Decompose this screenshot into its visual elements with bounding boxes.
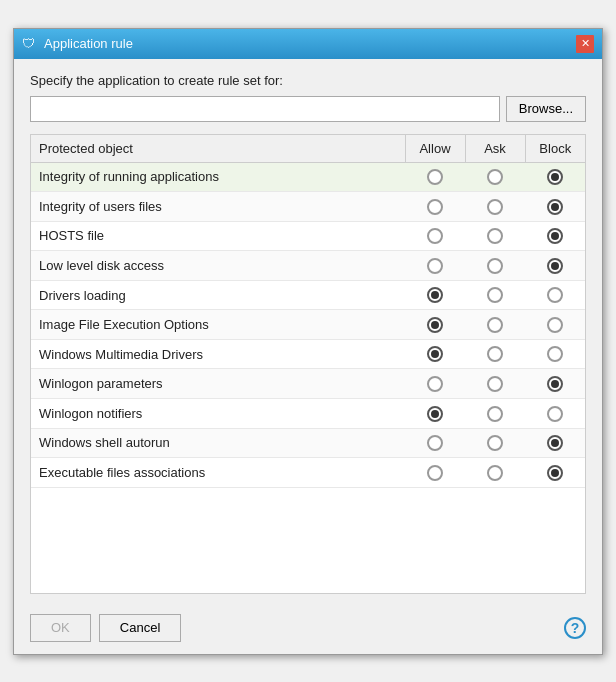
radio-allow[interactable] — [427, 228, 443, 244]
row-allow-cell[interactable] — [405, 369, 465, 399]
row-block-cell[interactable] — [525, 428, 585, 458]
radio-ask[interactable] — [487, 199, 503, 215]
table-row: Drivers loading — [31, 280, 585, 310]
radio-block[interactable] — [547, 346, 563, 362]
radio-ask[interactable] — [487, 376, 503, 392]
row-block-cell[interactable] — [525, 192, 585, 222]
radio-ask[interactable] — [487, 435, 503, 451]
app-path-input[interactable] — [30, 96, 500, 122]
row-label: Winlogon notifiers — [31, 399, 405, 429]
row-ask-cell[interactable] — [465, 310, 525, 340]
radio-allow[interactable] — [427, 317, 443, 333]
row-block-cell[interactable] — [525, 221, 585, 251]
row-block-cell[interactable] — [525, 162, 585, 192]
row-label: HOSTS file — [31, 221, 405, 251]
radio-allow[interactable] — [427, 465, 443, 481]
radio-allow[interactable] — [427, 258, 443, 274]
row-ask-cell[interactable] — [465, 280, 525, 310]
row-label: Windows Multimedia Drivers — [31, 339, 405, 369]
radio-block[interactable] — [547, 435, 563, 451]
row-allow-cell[interactable] — [405, 280, 465, 310]
radio-block[interactable] — [547, 228, 563, 244]
row-label: Winlogon parameters — [31, 369, 405, 399]
path-row: Browse... — [30, 96, 586, 122]
footer: OK Cancel ? — [14, 604, 602, 654]
radio-ask[interactable] — [487, 287, 503, 303]
radio-allow[interactable] — [427, 199, 443, 215]
browse-button[interactable]: Browse... — [506, 96, 586, 122]
titlebar: 🛡 Application rule ✕ — [14, 29, 602, 59]
table-row: Integrity of running applications — [31, 162, 585, 192]
radio-allow[interactable] — [427, 287, 443, 303]
radio-allow[interactable] — [427, 406, 443, 422]
rules-table-wrapper[interactable]: Protected object Allow Ask Block Integri… — [30, 134, 586, 594]
radio-allow[interactable] — [427, 376, 443, 392]
table-row: Windows Multimedia Drivers — [31, 339, 585, 369]
row-ask-cell[interactable] — [465, 399, 525, 429]
row-ask-cell[interactable] — [465, 369, 525, 399]
row-allow-cell[interactable] — [405, 310, 465, 340]
radio-block[interactable] — [547, 317, 563, 333]
radio-block[interactable] — [547, 258, 563, 274]
window-title: Application rule — [44, 36, 133, 51]
radio-ask[interactable] — [487, 465, 503, 481]
row-block-cell[interactable] — [525, 399, 585, 429]
row-ask-cell[interactable] — [465, 221, 525, 251]
row-ask-cell[interactable] — [465, 162, 525, 192]
row-allow-cell[interactable] — [405, 339, 465, 369]
radio-allow[interactable] — [427, 346, 443, 362]
radio-allow[interactable] — [427, 435, 443, 451]
radio-ask[interactable] — [487, 258, 503, 274]
row-label: Drivers loading — [31, 280, 405, 310]
table-row: Executable files associations — [31, 458, 585, 488]
app-icon: 🛡 — [22, 36, 38, 52]
ok-button[interactable]: OK — [30, 614, 91, 642]
row-allow-cell[interactable] — [405, 192, 465, 222]
row-allow-cell[interactable] — [405, 399, 465, 429]
table-header-row: Protected object Allow Ask Block — [31, 135, 585, 163]
radio-block[interactable] — [547, 287, 563, 303]
radio-ask[interactable] — [487, 169, 503, 185]
row-ask-cell[interactable] — [465, 458, 525, 488]
table-body: Integrity of running applicationsIntegri… — [31, 162, 585, 487]
row-block-cell[interactable] — [525, 310, 585, 340]
radio-allow[interactable] — [427, 169, 443, 185]
row-allow-cell[interactable] — [405, 162, 465, 192]
row-label: Low level disk access — [31, 251, 405, 281]
row-block-cell[interactable] — [525, 251, 585, 281]
table-row: HOSTS file — [31, 221, 585, 251]
radio-block[interactable] — [547, 169, 563, 185]
help-button[interactable]: ? — [564, 617, 586, 639]
footer-buttons: OK Cancel — [30, 614, 181, 642]
row-ask-cell[interactable] — [465, 251, 525, 281]
radio-ask[interactable] — [487, 228, 503, 244]
row-ask-cell[interactable] — [465, 192, 525, 222]
row-allow-cell[interactable] — [405, 251, 465, 281]
row-ask-cell[interactable] — [465, 339, 525, 369]
row-block-cell[interactable] — [525, 369, 585, 399]
row-block-cell[interactable] — [525, 280, 585, 310]
table-row: Image File Execution Options — [31, 310, 585, 340]
radio-ask[interactable] — [487, 346, 503, 362]
header-object: Protected object — [31, 135, 405, 163]
row-block-cell[interactable] — [525, 458, 585, 488]
cancel-button[interactable]: Cancel — [99, 614, 181, 642]
row-label: Executable files associations — [31, 458, 405, 488]
row-label: Image File Execution Options — [31, 310, 405, 340]
radio-block[interactable] — [547, 465, 563, 481]
radio-ask[interactable] — [487, 406, 503, 422]
radio-block[interactable] — [547, 199, 563, 215]
header-allow: Allow — [405, 135, 465, 163]
radio-ask[interactable] — [487, 317, 503, 333]
close-button[interactable]: ✕ — [576, 35, 594, 53]
row-block-cell[interactable] — [525, 339, 585, 369]
row-allow-cell[interactable] — [405, 428, 465, 458]
row-ask-cell[interactable] — [465, 428, 525, 458]
radio-block[interactable] — [547, 376, 563, 392]
row-allow-cell[interactable] — [405, 221, 465, 251]
row-label: Integrity of running applications — [31, 162, 405, 192]
form-label: Specify the application to create rule s… — [30, 73, 586, 88]
row-label: Windows shell autorun — [31, 428, 405, 458]
row-allow-cell[interactable] — [405, 458, 465, 488]
radio-block[interactable] — [547, 406, 563, 422]
